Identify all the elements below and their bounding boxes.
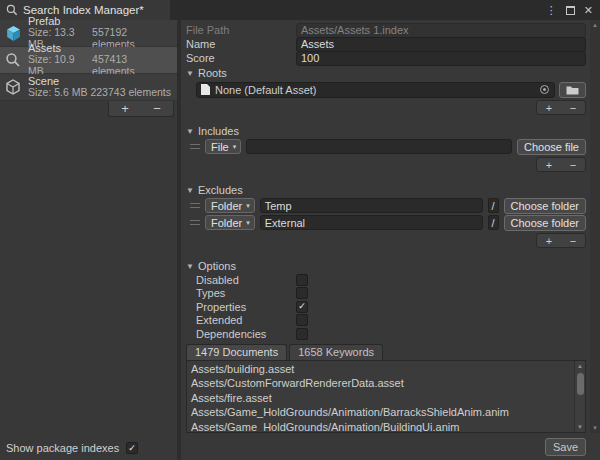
index-item-scene[interactable]: Scene Size: 5.6 MB 223743 elements [0, 74, 177, 101]
documents-scrollbar[interactable]: ▲ ▼ [574, 361, 585, 433]
add-exclude-button[interactable]: + [546, 235, 552, 247]
scroll-down-icon[interactable]: ▼ [577, 422, 583, 432]
option-row-disabled: Disabled [196, 273, 586, 287]
add-root-button[interactable]: + [546, 102, 552, 114]
remove-index-button[interactable]: − [147, 102, 167, 115]
option-label: Properties [196, 301, 296, 313]
tab-documents[interactable]: 1479 Documents [186, 344, 287, 360]
add-index-button[interactable]: + [115, 102, 135, 115]
close-icon[interactable]: ✕ [584, 5, 593, 16]
includes-foldout[interactable]: ▼ Includes [186, 124, 586, 138]
remove-include-button[interactable]: − [570, 159, 576, 171]
name-label: Name [186, 38, 296, 50]
choose-folder-button[interactable]: Choose folder [504, 198, 587, 214]
dependencies-checkbox[interactable] [296, 328, 308, 340]
include-type-value: File [211, 141, 229, 153]
show-package-indexes-checkbox[interactable]: ✓ [126, 442, 138, 454]
options-foldout[interactable]: ▼ Options [186, 259, 586, 273]
index-elements: 223743 elements [90, 87, 171, 99]
foldout-arrow-icon: ▼ [186, 127, 195, 136]
foldout-arrow-icon: ▼ [186, 69, 195, 78]
root-object-field[interactable]: None (Default Asset) [196, 82, 555, 98]
includes-label: Includes [198, 125, 239, 137]
index-item-assets[interactable]: Assets Size: 10.9 MB 457413 elements [0, 47, 177, 74]
choose-folder-button[interactable]: Choose folder [504, 215, 587, 231]
document-item[interactable]: Assets/fire.asset [187, 391, 573, 406]
unity-logo-icon [4, 78, 22, 96]
include-row: File ▾ Choose file [190, 139, 586, 154]
scroll-up-icon[interactable]: ▲ [577, 361, 583, 371]
search-index-manager-window: Search Index Manager* ⋮ ✕ Prefab [0, 0, 600, 460]
score-row: Score 100 [186, 51, 586, 65]
drag-handle-icon[interactable] [190, 203, 200, 208]
scroll-down-icon[interactable]: ▼ [592, 425, 598, 431]
option-label: Disabled [196, 274, 296, 286]
window-controls: ⋮ ✕ [546, 0, 600, 20]
option-row-extended: Extended [196, 314, 586, 328]
file-path-row: File Path Assets/Assets 1.index [186, 23, 586, 37]
name-row: Name Assets [186, 37, 586, 51]
excludes-label: Excludes [198, 184, 243, 196]
roots-foldout[interactable]: ▼ Roots [186, 66, 586, 80]
exclude-row: Folder ▾ Temp / Choose folder [190, 198, 586, 213]
save-button[interactable]: Save [545, 438, 586, 456]
kebab-menu-icon[interactable]: ⋮ [546, 5, 557, 16]
show-package-indexes-label: Show package indexes [6, 442, 119, 454]
extended-checkbox[interactable] [296, 314, 308, 326]
drag-handle-icon[interactable] [190, 144, 200, 149]
scrollbar-thumb[interactable] [577, 373, 584, 395]
index-inspector: File Path Assets/Assets 1.index Name Ass… [181, 20, 600, 460]
path-separator: / [488, 215, 499, 230]
add-include-button[interactable]: + [546, 159, 552, 171]
root-folder-button[interactable] [559, 82, 586, 98]
file-path-label: File Path [186, 24, 296, 36]
chevron-down-icon: ▾ [233, 143, 237, 150]
root-object-row: None (Default Asset) [196, 81, 586, 98]
asset-doc-icon [201, 84, 210, 95]
roots-label: Roots [198, 67, 227, 79]
exclude-path-field[interactable]: External [260, 215, 483, 230]
document-item[interactable]: Assets/CustomForwardRendererData.asset [187, 376, 573, 391]
root-object-value: None (Default Asset) [215, 84, 317, 96]
chevron-down-icon: ▾ [246, 202, 250, 209]
excludes-foldout[interactable]: ▼ Excludes [186, 183, 586, 197]
document-item[interactable]: Assets/building.asset [187, 362, 573, 377]
foldout-arrow-icon: ▼ [186, 186, 195, 195]
object-picker-icon[interactable] [540, 85, 549, 94]
include-type-dropdown[interactable]: File ▾ [205, 139, 241, 154]
exclude-row: Folder ▾ External / Choose folder [190, 215, 586, 230]
include-path-field[interactable] [246, 139, 512, 154]
option-row-types: Types [196, 287, 586, 301]
file-path-field: Assets/Assets 1.index [296, 23, 586, 38]
tab-keywords[interactable]: 1658 Keywords [289, 344, 383, 360]
exclude-type-value: Folder [211, 200, 242, 212]
exclude-type-value: Folder [211, 217, 242, 229]
inspector-scrollbar[interactable]: ▲ ▼ [590, 20, 600, 433]
remove-root-button[interactable]: − [570, 102, 576, 114]
exclude-type-dropdown[interactable]: Folder ▾ [205, 198, 255, 213]
types-checkbox[interactable] [296, 287, 308, 299]
exclude-path-field[interactable]: Temp [260, 198, 483, 213]
document-item[interactable]: Assets/Game_HoldGrounds/Animation/Buildi… [187, 420, 573, 433]
score-field[interactable]: 100 [296, 51, 586, 66]
exclude-type-dropdown[interactable]: Folder ▾ [205, 215, 255, 230]
prefab-cube-icon [4, 24, 22, 42]
choose-file-button[interactable]: Choose file [517, 139, 586, 155]
main-split: Prefab Size: 13.3 MB 557192 elements Ass… [0, 20, 600, 460]
magnifier-icon [4, 51, 22, 69]
index-list-footer: + − [108, 101, 174, 117]
search-icon [6, 4, 18, 16]
remove-exclude-button[interactable]: − [570, 235, 576, 247]
score-label: Score [186, 52, 296, 64]
disabled-checkbox[interactable] [296, 274, 308, 286]
drag-handle-icon[interactable] [190, 220, 200, 225]
document-item[interactable]: Assets/Game_HoldGrounds/Animation/Barrac… [187, 405, 573, 420]
maximize-icon[interactable] [566, 6, 575, 15]
index-sidebar: Prefab Size: 13.3 MB 557192 elements Ass… [0, 20, 181, 460]
excludes-list-controls: + − [536, 233, 586, 248]
name-field[interactable]: Assets [296, 37, 586, 52]
properties-checkbox[interactable]: ✓ [296, 301, 308, 313]
roots-list-controls: + − [536, 100, 586, 115]
scroll-up-icon[interactable]: ▲ [592, 22, 598, 28]
foldout-arrow-icon: ▼ [186, 262, 195, 271]
